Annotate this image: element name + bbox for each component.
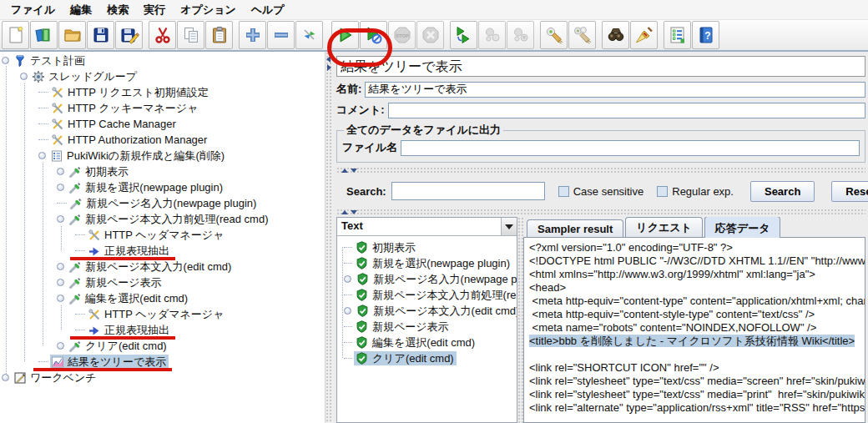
splitter-collapse-up-icon[interactable] xyxy=(341,210,348,214)
tree-item[interactable]: 正規表現抽出 xyxy=(0,243,325,259)
clear-all-button[interactable] xyxy=(568,21,596,49)
tree-item[interactable]: スレッドグループ xyxy=(0,68,325,84)
start-button[interactable] xyxy=(331,21,359,49)
tree-item[interactable]: 新規ページ名入力(newpage plugin) xyxy=(0,195,325,211)
function-helper-button[interactable] xyxy=(664,21,691,49)
regular-exp-checkbox[interactable] xyxy=(657,186,668,197)
tab-response-data[interactable]: 応答データ xyxy=(704,217,781,238)
result-item[interactable]: 新規ページ本文入力(edit cmd) xyxy=(337,303,517,319)
tree-item[interactable]: 新規ページ表示 xyxy=(0,274,325,290)
tree-toggle[interactable] xyxy=(57,295,64,302)
splitter-collapse-down-icon[interactable] xyxy=(351,210,357,214)
tree-item[interactable]: 新規を選択(newpage plugin) xyxy=(0,179,325,195)
menu-item-5[interactable]: ヘルプ xyxy=(244,1,292,19)
tree-toggle[interactable] xyxy=(57,184,64,191)
tree-item[interactable]: HTTP クッキーマネージャ xyxy=(0,100,325,116)
open-file-button[interactable] xyxy=(58,21,86,49)
tree-toggle[interactable] xyxy=(20,73,28,80)
tree-item[interactable]: 正規表現抽出 xyxy=(0,322,325,338)
result-label-wrap: 新規ページ表示 xyxy=(354,320,452,334)
tree-item[interactable]: PukiWikiの新規作成と編集(削除) xyxy=(0,148,325,164)
tab-sampler-result[interactable]: Sampler result xyxy=(527,219,623,237)
paste-button[interactable] xyxy=(205,21,233,49)
menu-item-3[interactable]: 実行 xyxy=(136,1,173,19)
tree-toggle[interactable] xyxy=(57,342,64,350)
tree-item[interactable]: HTTP Cache Manager xyxy=(0,116,325,132)
remote-start-button[interactable] xyxy=(450,21,477,49)
comment-input[interactable] xyxy=(388,103,865,118)
tree-item[interactable]: 新規ページ本文入力(edit cmd) xyxy=(0,259,325,274)
tree-toggle[interactable] xyxy=(57,215,64,223)
tree-item[interactable]: HTTP Authorization Manager xyxy=(0,132,325,148)
search-input[interactable] xyxy=(391,182,545,200)
horizontal-splitter[interactable] xyxy=(336,167,865,174)
tree-item[interactable]: 結果をツリーで表示 xyxy=(0,354,325,370)
tree-item[interactable]: HTTP ヘッダマネージャ xyxy=(0,306,325,322)
reset-button[interactable]: Reset xyxy=(831,181,868,202)
start-icon xyxy=(336,25,356,45)
tree-toggle[interactable] xyxy=(38,152,46,159)
config-icon xyxy=(87,308,101,321)
splitter-collapse-right-icon[interactable] xyxy=(327,64,331,71)
tree-toggle[interactable] xyxy=(57,279,64,286)
save-button[interactable] xyxy=(87,21,114,49)
name-input[interactable] xyxy=(365,82,865,98)
help-button[interactable]: ? xyxy=(692,21,719,49)
cut-button[interactable] xyxy=(149,21,176,49)
splitter-collapse-left-icon[interactable] xyxy=(326,56,331,63)
clear-search-button[interactable] xyxy=(630,21,658,49)
splitter-collapse-down-icon[interactable] xyxy=(351,169,357,173)
remove-button[interactable] xyxy=(267,21,295,49)
horizontal-splitter[interactable] xyxy=(336,209,865,215)
tree-item[interactable]: 編集を選択(edit cmd) xyxy=(0,290,325,306)
result-item[interactable]: 新規を選択(newpage plugin) xyxy=(337,255,517,271)
tree-item[interactable]: ワークベンチ xyxy=(0,370,325,385)
tree-toggle[interactable] xyxy=(2,374,9,381)
filename-input[interactable] xyxy=(401,140,860,156)
regular-exp-label: Regular exp. xyxy=(672,185,734,198)
menu-item-0[interactable]: ファイル xyxy=(3,1,63,19)
menu-item-2[interactable]: 検索 xyxy=(99,1,136,19)
menu-item-4[interactable]: オプション xyxy=(173,1,244,19)
view-mode-combo[interactable]: Text xyxy=(337,218,517,236)
splitter-collapse-up-icon[interactable] xyxy=(341,169,348,173)
search-bar: Search: Case sensitive Regular exp. Sear… xyxy=(336,174,865,208)
search-button[interactable] xyxy=(602,21,629,49)
tree-toggle[interactable] xyxy=(57,168,64,175)
tree-item[interactable]: 初期表示 xyxy=(0,164,325,179)
result-item[interactable]: 新規ページ名入力(newpage plugin) xyxy=(337,271,517,287)
tree-item[interactable]: 新規ページ本文入力前処理(read cmd) xyxy=(0,211,325,227)
tree-item[interactable]: HTTP リクエスト初期値設定 xyxy=(0,84,325,100)
tree-toggle[interactable] xyxy=(57,263,64,270)
menu-item-1[interactable]: 編集 xyxy=(63,1,99,19)
tree-toggle[interactable] xyxy=(344,275,351,283)
results-rows: 初期表示新規を選択(newpage plugin)新規ページ名入力(newpag… xyxy=(337,239,517,366)
tree-item[interactable]: HTTP ヘッダマネージャ xyxy=(0,227,325,243)
result-item[interactable]: 初期表示 xyxy=(337,239,517,255)
tree-toggle[interactable] xyxy=(2,57,9,64)
clear-button[interactable] xyxy=(540,21,568,49)
tree-item[interactable]: テスト計画 xyxy=(0,53,325,68)
toggle-node-button[interactable] xyxy=(295,21,323,49)
tree-item[interactable]: クリア(edit cmd) xyxy=(0,338,325,354)
shield-check-icon xyxy=(356,320,368,333)
tab-request[interactable]: リクエスト xyxy=(625,217,703,237)
new-file-button[interactable] xyxy=(2,21,29,49)
open-templates-button[interactable] xyxy=(30,21,58,49)
copy-button[interactable] xyxy=(177,21,204,49)
result-item[interactable]: クリア(edit cmd) xyxy=(337,350,517,366)
tree-toggle[interactable] xyxy=(344,307,351,315)
results-splitter[interactable] xyxy=(517,217,523,423)
combo-dropdown-button[interactable] xyxy=(501,218,517,235)
case-sensitive-checkbox[interactable] xyxy=(558,186,569,197)
result-item[interactable]: 新規ページ本文入力前処理(read cmd) xyxy=(337,287,517,303)
start-no-timers-button[interactable] xyxy=(360,21,387,49)
main-splitter[interactable] xyxy=(325,52,333,423)
add-button[interactable] xyxy=(239,21,266,49)
tree-label-wrap: テスト計画 xyxy=(13,53,88,68)
tree-item-label: クリア(edit cmd) xyxy=(84,339,167,354)
result-item[interactable]: 新規ページ表示 xyxy=(337,319,517,335)
save-as-button[interactable] xyxy=(115,21,143,49)
result-item[interactable]: 編集を選択(edit cmd) xyxy=(337,335,517,350)
search-button[interactable]: Search xyxy=(750,181,815,202)
